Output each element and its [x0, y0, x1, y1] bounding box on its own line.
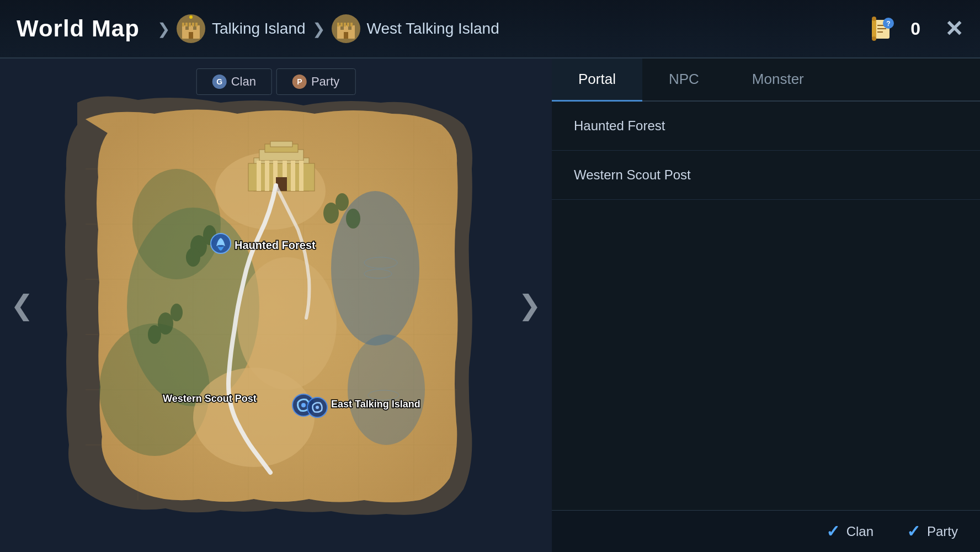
map-legend: G Clan P Party: [194, 68, 358, 95]
party-checkbox-item[interactable]: ✓ Party: [907, 522, 958, 541]
svg-point-69: [186, 248, 200, 267]
party-checkmark: ✓: [907, 522, 920, 541]
svg-rect-8: [192, 23, 194, 26]
left-arrow-icon: ❮: [10, 289, 34, 321]
clan-checkmark: ✓: [826, 522, 840, 541]
svg-rect-19: [344, 23, 346, 26]
svg-point-26: [872, 17, 876, 21]
breadcrumb-west-text: West Talking Island: [367, 20, 499, 38]
breadcrumb-chevron-2: ❯: [312, 20, 325, 38]
svg-rect-22: [344, 32, 348, 39]
map-background: Haunted Forest Western Scout Post East T…: [0, 59, 552, 552]
svg-rect-17: [337, 23, 339, 26]
haunted-forest-marker: [211, 233, 231, 253]
tab-monster[interactable]: Monster: [726, 59, 830, 102]
party-icon: P: [292, 75, 307, 89]
svg-rect-21: [350, 23, 353, 26]
svg-rect-9: [195, 23, 198, 26]
svg-text:East Talking Island: East Talking Island: [331, 399, 420, 410]
clan-legend-button[interactable]: G Clan: [196, 68, 272, 95]
portal-list: Haunted Forest Western Scout Post: [552, 102, 980, 510]
svg-text:?: ?: [887, 20, 891, 28]
map-nav-left[interactable]: ❮: [6, 283, 39, 327]
svg-point-82: [301, 403, 306, 407]
svg-text:Haunted Forest: Haunted Forest: [235, 239, 316, 251]
svg-rect-20: [347, 23, 349, 26]
svg-rect-60: [257, 161, 261, 191]
svg-rect-65: [299, 161, 303, 191]
svg-point-71: [335, 193, 349, 211]
header: World Map ❯ Talking Island ❯: [0, 0, 980, 59]
svg-rect-6: [185, 23, 188, 26]
svg-point-72: [346, 209, 360, 229]
tab-portal[interactable]: Portal: [552, 59, 642, 102]
clan-icon: G: [212, 75, 227, 89]
right-arrow-icon: ❯: [518, 289, 541, 321]
quest-count: 0: [910, 19, 920, 39]
svg-rect-61: [265, 161, 269, 191]
breadcrumb-chevron-1: ❯: [157, 20, 170, 38]
svg-point-27: [872, 36, 876, 41]
breadcrumb-talking-island[interactable]: Talking Island: [177, 14, 306, 43]
svg-rect-59: [270, 141, 292, 147]
svg-point-84: [316, 406, 319, 409]
clan-checkbox-item[interactable]: ✓ Clan: [826, 522, 874, 541]
map-nav-right[interactable]: ❯: [513, 283, 546, 327]
svg-rect-25: [872, 19, 876, 39]
bottom-bar: ✓ Clan ✓ Party: [552, 510, 980, 552]
svg-point-50: [331, 191, 419, 346]
svg-point-11: [189, 15, 193, 19]
party-checkbox-label: Party: [927, 524, 958, 539]
main-content: Haunted Forest Western Scout Post East T…: [0, 59, 980, 552]
svg-rect-7: [189, 23, 191, 26]
breadcrumb-west-talking-island[interactable]: West Talking Island: [332, 14, 499, 43]
castle-icon-1: [177, 14, 205, 43]
svg-rect-10: [189, 32, 193, 39]
portal-tabs: Portal NPC Monster: [552, 59, 980, 102]
portal-item-haunted-forest[interactable]: Haunted Forest: [552, 102, 980, 151]
clan-legend-label: Clan: [231, 75, 256, 89]
svg-text:Western Scout Post: Western Scout Post: [163, 393, 257, 404]
east-talking-island-marker: [307, 397, 327, 417]
party-legend-button[interactable]: P Party: [276, 68, 355, 95]
quest-scroll-icon: ?: [866, 13, 897, 44]
map-area: Haunted Forest Western Scout Post East T…: [0, 59, 552, 552]
portal-item-western-scout-post[interactable]: Western Scout Post: [552, 151, 980, 200]
breadcrumb-talking-island-text: Talking Island: [212, 20, 306, 38]
svg-point-75: [171, 304, 183, 321]
castle-icon-2: [332, 14, 360, 43]
svg-rect-64: [291, 161, 295, 191]
right-panel: Portal NPC Monster Haunted Forest Wester…: [552, 59, 980, 552]
svg-rect-5: [182, 23, 184, 26]
party-legend-label: Party: [311, 75, 339, 89]
svg-point-51: [348, 335, 425, 445]
svg-point-74: [148, 325, 161, 344]
tab-npc[interactable]: NPC: [642, 59, 726, 102]
svg-rect-18: [340, 23, 343, 26]
svg-point-48: [132, 169, 221, 279]
close-button[interactable]: ✕: [945, 16, 963, 41]
header-right: ? 0 ✕: [866, 13, 963, 44]
world-map-title: World Map: [17, 15, 140, 42]
clan-checkbox-label: Clan: [846, 524, 874, 539]
